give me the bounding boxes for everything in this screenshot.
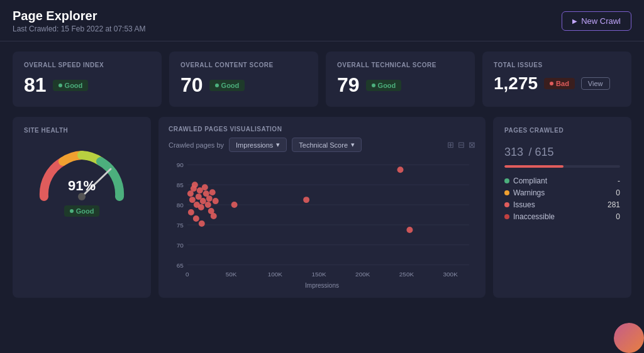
metric-card-technical: OVERALL TECHNICAL SCORE 79 Good — [326, 52, 475, 107]
stat-text-issues: Issues — [513, 200, 535, 209]
stat-row-compliant: Compliant - — [504, 176, 620, 185]
avatar — [614, 323, 644, 353]
metric-badge-label-speed: Good — [65, 82, 83, 89]
metric-value-row-technical: 79 Good — [337, 73, 464, 97]
metric-badge-label-content: Good — [221, 82, 240, 89]
svg-point-23 — [189, 197, 196, 203]
svg-point-25 — [192, 182, 198, 188]
stat-text-inaccessible: Inaccessible — [513, 212, 555, 221]
svg-text:250K: 250K — [399, 271, 414, 278]
stat-dot-inaccessible — [504, 214, 509, 219]
metric-badge-label-issues: Bad — [556, 80, 569, 87]
metric-card-content: OVERALL CONTENT SCORE 70 Good — [169, 52, 318, 107]
svg-point-44 — [406, 227, 413, 233]
metric-value-row-speed: 81 Good — [24, 73, 150, 97]
svg-point-37 — [211, 213, 217, 219]
gauge-chart: 91% — [31, 140, 132, 203]
svg-text:200K: 200K — [355, 271, 370, 278]
svg-point-36 — [213, 198, 219, 204]
stat-text-compliant: Compliant — [513, 176, 547, 185]
svg-text:0: 0 — [186, 271, 189, 278]
chevron-down-icon: ▾ — [276, 141, 280, 149]
impressions-dropdown[interactable]: Impressions ▾ — [229, 138, 287, 152]
chevron-down-icon2: ▾ — [351, 141, 355, 149]
svg-text:100K: 100K — [268, 271, 283, 278]
metric-value-row-issues: 1,275 Bad View — [494, 73, 620, 94]
site-health-label: SITE HEALTH — [24, 127, 68, 134]
main-content: OVERALL SPEED INDEX 81 Good OVERALL CONT… — [0, 41, 644, 308]
page-title: Page Explorer — [13, 9, 145, 23]
stat-row-warnings: Warnings 0 — [504, 188, 620, 197]
stat-label-inaccessible: Inaccessible — [504, 212, 555, 221]
chart-card: CRAWLED PAGES VISUALISATION Crawled page… — [158, 117, 486, 298]
metric-value-content: 70 — [180, 73, 203, 97]
stat-value-inaccessible: 0 — [616, 212, 620, 221]
svg-point-31 — [202, 184, 208, 190]
stat-dot-warnings — [504, 190, 509, 195]
stat-label-warnings: Warnings — [504, 188, 545, 197]
site-health-card: SITE HEALTH 91% — [13, 117, 151, 298]
bottom-row: SITE HEALTH 91% — [13, 117, 631, 298]
metric-label-technical: OVERALL TECHNICAL SCORE — [337, 62, 464, 68]
svg-text:90: 90 — [177, 161, 184, 168]
chart-icons: ⊞ ⊟ ⊠ — [447, 140, 475, 149]
svg-point-43 — [397, 166, 404, 173]
metric-card-issues: TOTAL ISSUES 1,275 Bad View — [482, 52, 631, 107]
stat-value-issues: 281 — [608, 200, 620, 209]
chart-title: CRAWLED PAGES VISUALISATION — [169, 126, 282, 133]
new-crawl-label: New Crawl — [581, 16, 621, 26]
technical-score-dropdown[interactable]: Technical Score ▾ — [292, 138, 362, 152]
svg-point-42 — [303, 197, 309, 203]
pages-crawled-card: PAGES CRAWLED 313 / 615 Compliant - Warn… — [493, 117, 631, 298]
metric-badge-speed: Good — [53, 80, 89, 91]
pages-progress-bar — [504, 165, 620, 168]
svg-point-32 — [206, 195, 213, 202]
pages-crawled-count: 313 / 615 — [504, 139, 620, 160]
svg-text:65: 65 — [177, 262, 184, 269]
header-left: Page Explorer Last Crawled: 15 Feb 2022 … — [13, 9, 145, 33]
metrics-row: OVERALL SPEED INDEX 81 Good OVERALL CONT… — [13, 52, 631, 107]
stat-row-inaccessible: Inaccessible 0 — [504, 212, 620, 221]
pages-crawled-total: / 615 — [528, 146, 553, 158]
good-dot-technical — [372, 84, 375, 87]
good-dot — [70, 209, 74, 213]
metric-badge-label-technical: Good — [378, 82, 396, 89]
metric-badge-issues: Bad — [544, 78, 575, 89]
metric-badge-technical: Good — [366, 80, 402, 91]
chart-subtitle: Crawled pages by — [169, 141, 224, 149]
svg-text:75: 75 — [177, 222, 184, 229]
scatter-chart: 90 85 80 75 70 65 0 50K 100K 150K 200K 2 — [169, 156, 475, 278]
pages-crawled-label: PAGES CRAWLED — [504, 127, 620, 134]
metric-label-content: OVERALL CONTENT SCORE — [180, 62, 307, 68]
svg-text:300K: 300K — [443, 271, 458, 278]
metric-label-issues: TOTAL ISSUES — [494, 62, 620, 68]
impressions-label: Impressions — [236, 141, 273, 149]
svg-point-38 — [188, 209, 194, 215]
svg-point-41 — [231, 202, 238, 208]
stat-label-compliant: Compliant — [504, 176, 547, 185]
metric-badge-content: Good — [209, 80, 245, 91]
view-button[interactable]: View — [581, 77, 610, 90]
svg-point-29 — [198, 204, 204, 210]
site-health-badge-label: Good — [76, 207, 94, 215]
stat-label-issues: Issues — [504, 200, 535, 209]
svg-text:70: 70 — [177, 242, 184, 249]
chart-icon-1[interactable]: ⊞ — [447, 140, 454, 149]
new-crawl-button[interactable]: ▶ New Crawl — [562, 11, 631, 31]
play-icon: ▶ — [572, 18, 577, 24]
chart-header: CRAWLED PAGES VISUALISATION — [169, 126, 475, 133]
chart-icon-3[interactable]: ⊠ — [469, 140, 475, 149]
stat-value-compliant: - — [618, 176, 620, 185]
svg-text:85: 85 — [177, 182, 184, 188]
good-dot-content — [215, 84, 219, 87]
gauge-percent: 91% — [68, 178, 96, 194]
pages-bar-fill — [504, 165, 564, 168]
metric-card-speed: OVERALL SPEED INDEX 81 Good — [13, 52, 162, 107]
site-health-badge: Good — [64, 205, 100, 217]
svg-point-39 — [193, 215, 199, 222]
chart-icon-2[interactable]: ⊟ — [458, 140, 465, 149]
x-axis-label: Impressions — [169, 282, 475, 289]
stat-value-warnings: 0 — [616, 188, 620, 197]
good-dot-speed — [58, 84, 62, 87]
svg-point-34 — [209, 189, 216, 195]
